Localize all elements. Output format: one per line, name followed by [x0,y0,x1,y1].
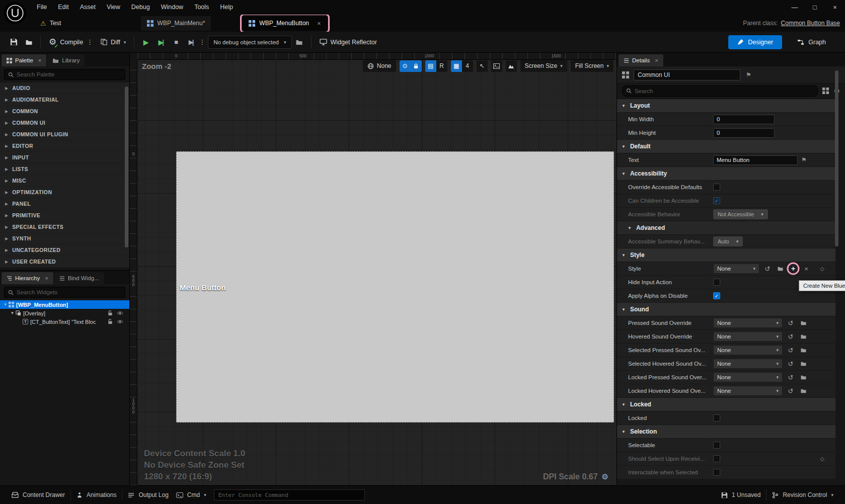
close-icon[interactable]: × [825,0,845,15]
details-search-input[interactable] [635,88,814,94]
palette-category-common-ui-plugin[interactable]: ▶COMMON UI PLUGIN [0,129,129,140]
maximize-icon[interactable]: □ [805,0,825,15]
cursor-tool-icon[interactable]: ↖ [477,60,488,72]
browse-asset-icon[interactable] [799,359,808,368]
palette-category-audio[interactable]: ▶AUDIO [0,82,129,94]
designer-canvas[interactable]: 050010001500 05001000 Zoom -2 None ⊙ ▤ R… [130,53,617,485]
tab-hierarchy[interactable]: Hierarchy × [2,272,53,284]
expand-arrow-icon[interactable]: ▶ [5,248,8,253]
tab-palette[interactable]: Palette × [2,54,46,66]
hierarchy-item-ct-buttontext-text-bloc[interactable]: T[CT_ButtonText] "Text Bloc [0,317,129,326]
object-name-input[interactable] [634,69,740,80]
expand-arrow-icon[interactable]: ▶ [5,109,8,114]
grid-snap-value[interactable]: 4 [462,60,473,72]
locked-hovered-sound-ove-dropdown[interactable]: None▾ [713,386,783,396]
compile-options-icon[interactable]: ⋮ [87,38,93,46]
bind-flag-icon[interactable]: ⚑ [746,71,751,78]
expand-arrow-icon[interactable]: ▼ [2,302,9,307]
browse-asset-icon[interactable] [799,373,808,382]
section-header-layout[interactable]: ▼Layout [617,99,835,113]
palette-category-misc[interactable]: ▶MISC [0,175,129,187]
play-button[interactable]: ▶ [138,35,153,49]
expand-arrow-icon[interactable]: ▶ [5,213,8,218]
details-scrollbar[interactable] [835,70,838,246]
frame-skip-button[interactable]: ▶| [153,35,169,49]
expand-arrow-icon[interactable]: ▶ [5,179,8,183]
expand-arrow-icon[interactable]: ▶ [5,144,8,148]
palette-category-lists[interactable]: ▶LISTS [0,163,129,175]
min-height-input[interactable]: 0 [713,128,775,138]
locked-pressed-sound-over-dropdown[interactable]: None▾ [713,372,783,382]
palette-category-input[interactable]: ▶INPUT [0,152,129,163]
console-command-input[interactable] [214,489,365,500]
reset-default-diamond-icon[interactable]: ◇ [820,266,824,272]
expand-arrow-icon[interactable]: ▶ [5,132,8,137]
use-selected-asset-icon[interactable]: ↺ [763,264,772,273]
hierarchy-search[interactable] [4,287,125,298]
palette-search-input[interactable] [17,71,121,77]
palette-category-panel[interactable]: ▶PANEL [0,198,129,210]
test-asset-indicator[interactable]: ⚠ Test [40,20,61,27]
palette-category-audiomaterial[interactable]: ▶AUDIOMATERIAL [0,94,129,106]
palette-category-primitive[interactable]: ▶PRIMITIVE [0,210,129,221]
bind-flag-icon[interactable]: ⚑ [801,156,807,163]
expand-arrow-icon[interactable]: ▶ [5,260,8,264]
reset-default-diamond-icon[interactable]: ◇ [820,456,824,462]
hierarchy-search-input[interactable] [17,289,121,295]
close-tab-icon[interactable]: × [45,275,48,281]
style-dropdown[interactable]: None▾ [713,264,759,274]
palette-category-synth[interactable]: ▶SYNTH [0,233,129,244]
section-header-style[interactable]: ▼Style [617,248,835,262]
expand-arrow-icon[interactable]: ▶ [5,225,8,229]
palette-category-editor[interactable]: ▶EDITOR [0,140,129,152]
accessible-summary-behav-dropdown[interactable]: Auto▾ [713,236,743,246]
use-selected-asset-icon[interactable]: ↺ [786,386,795,395]
menu-help[interactable]: Help [214,0,239,15]
cmd-select[interactable]: Cmd ▾ [174,486,212,504]
save-button[interactable] [6,35,21,49]
expand-arrow-icon[interactable]: ▶ [5,155,8,160]
unreal-engine-logo-icon[interactable] [4,2,26,24]
screen-size-select[interactable]: Screen Size ▾ [520,60,567,72]
hierarchy-item-wbp-menubutton[interactable]: ▼[WBP_MenuButton] [0,300,129,309]
selectable-checkbox[interactable] [713,442,720,449]
expand-arrow-icon[interactable]: ▶ [5,202,8,206]
outline-mode-icon[interactable]: ▤ [425,60,436,72]
hierarchy-item-overlay[interactable]: ▼[Overlay] [0,309,129,317]
grid-icon[interactable]: ▦ [451,60,462,72]
browse-asset-icon[interactable] [799,332,808,341]
expand-arrow-icon[interactable]: ▶ [5,98,8,102]
hovered-sound-override-dropdown[interactable]: None▾ [713,331,783,342]
section-header-accessibility[interactable]: ▼Accessibility [617,167,835,181]
tab-details[interactable]: Details × [619,54,663,66]
tab-bind-widgets[interactable]: Bind Widg... [54,272,104,284]
use-selected-asset-icon[interactable]: ↺ [786,318,795,327]
lock-open-icon[interactable] [108,319,113,324]
dpi-settings-gear-icon[interactable]: ⚙ [602,472,608,481]
section-header-advanced[interactable]: ▼Advanced [617,221,835,235]
section-header-default[interactable]: ▼Default [617,140,835,153]
can-children-be-accessible-checkbox[interactable]: ✓ [713,197,720,204]
widget-design-area[interactable]: Menu Button [176,151,614,423]
diff-button[interactable]: Diff ▾ [97,35,130,49]
palette-category-user-created[interactable]: ▶USER CREATED [0,256,129,268]
unsaved-assets-button[interactable]: 1 Unsaved [716,486,766,504]
browse-asset-icon[interactable] [799,318,808,327]
selected-hovered-sound-ov-dropdown[interactable]: None▾ [713,359,783,369]
clear-style-button[interactable]: × [802,264,811,273]
content-drawer-button[interactable]: Content Drawer [6,486,70,504]
menu-edit[interactable]: Edit [52,0,74,15]
menu-window[interactable]: Window [156,0,189,15]
pressed-sound-override-dropdown[interactable]: None▾ [713,318,783,328]
compile-button[interactable]: ⚙✓ Compile ⋮ [45,35,97,49]
override-accessible-defaults-checkbox[interactable] [713,184,720,191]
tab-wbp-menubutton[interactable]: WBP_MenuButton × [243,16,327,31]
palette-scrollbar[interactable] [125,87,128,247]
palette-category-uncategorized[interactable]: ▶UNCATEGORIZED [0,244,129,256]
palette-category-special-effects[interactable]: ▶SPECIAL EFFECTS [0,221,129,233]
advance-button[interactable]: ▶| [184,35,199,49]
tab-library[interactable]: Library [47,54,85,66]
browse-to-asset-button[interactable] [21,35,36,49]
menu-asset[interactable]: Asset [74,0,101,15]
rotation-snap-label[interactable]: R [436,60,447,72]
